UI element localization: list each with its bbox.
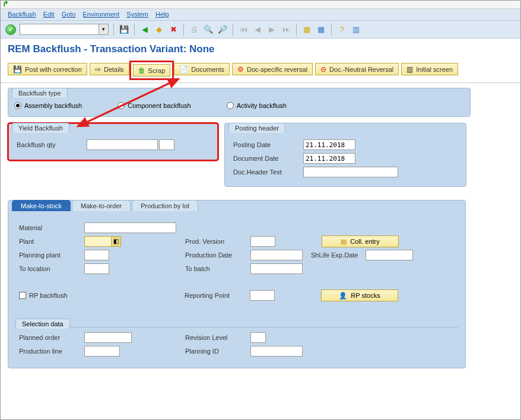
menu-backflush[interactable]: Backflush [8,11,36,18]
label: Doc-specific reversal [247,66,307,73]
planning-id-input[interactable] [250,346,303,357]
menu-environment[interactable]: Environment [83,11,120,18]
shortcut-icon[interactable]: ▦ [316,24,326,35]
label: Doc.-Neutral Reversal [329,66,393,73]
f4-help-icon[interactable]: ◧ [111,237,120,246]
yield-posting-row: Yield Backflush Backflush qty Posting he… [8,123,513,193]
yield-backflush-panel: Yield Backflush Backflush qty [8,123,218,161]
to-batch-input[interactable] [250,263,303,274]
material-input[interactable] [84,222,176,233]
label: Activity backflush [237,102,287,109]
selection-data-panel: Planned order Revision Level Production … [15,327,458,358]
layout-icon[interactable]: ▥ [351,24,361,35]
details-button[interactable]: ⇨Details [90,63,129,75]
doc-specific-reversal-button[interactable]: ⚙Doc-specific reversal [232,63,313,75]
doc-header-text-input[interactable] [303,167,398,177]
doc-neutral-reversal-button[interactable]: ⊖Doc.-Neutral Reversal [315,63,399,75]
session-arrow-icon[interactable]: ↱ [2,0,9,8]
backflush-qty-input[interactable] [87,139,158,150]
next-page-icon: ▶ [266,24,277,35]
menu-bar: Backflush Edit Goto Environment System H… [1,9,520,21]
backflush-type-panel: Backflush type Assembly backflush Compon… [8,88,471,117]
rp-backflush-checkbox[interactable] [19,292,26,299]
dropdown-icon[interactable]: ▾ [99,24,108,34]
separator [233,24,233,36]
production-date-input[interactable] [250,250,303,260]
cancel-icon[interactable]: ✖ [168,24,179,35]
radio-icon [117,102,125,109]
find-icon: 🔍 [203,24,214,35]
coll-entry-icon: ▤ [341,238,347,246]
reporting-point-input[interactable] [250,290,275,301]
tab-make-to-stock[interactable]: Make-to-stock [12,200,71,211]
menu-help[interactable]: Help [155,11,169,18]
post-with-correction-button[interactable]: 💾Post with correction [8,63,87,75]
planning-plant-input[interactable] [84,250,109,260]
posting-date-label: Posting Date [233,141,303,148]
documents-button[interactable]: 📄Documents [174,63,230,75]
tab-production-by-lot[interactable]: Production by lot [132,200,198,211]
last-page-icon: ⏭ [281,24,291,35]
tab-strip: Make-to-stock Make-to-order Production b… [12,200,469,211]
shlife-input[interactable] [366,250,413,260]
rp-backflush-label: RP backflush [29,292,84,299]
planning-id-label: Planning ID [185,348,250,355]
radio-icon [227,102,234,109]
planned-order-input[interactable] [84,332,132,343]
enter-icon[interactable]: ✓ [5,24,16,35]
scrap-button[interactable]: 🗑Scrap [133,64,171,77]
annotation-scrap-highlight: 🗑Scrap [132,63,172,78]
menu-edit[interactable]: Edit [43,11,55,18]
label: Initial screen [416,66,453,73]
minus-icon: ⊖ [320,65,326,74]
planning-plant-label: Planning plant [19,252,84,259]
first-page-icon: ⏮ [238,24,249,35]
to-location-label: To location [19,265,84,272]
separator [331,24,332,36]
shlife-label: ShLife Exp.Date [311,252,366,259]
menu-system[interactable]: System [126,11,148,18]
screen-icon: ▥ [406,65,413,74]
initial-screen-button[interactable]: ▥Initial screen [401,63,458,75]
new-session-icon[interactable]: ▦ [301,24,312,35]
label: Documents [191,66,224,73]
menu-goto[interactable]: Goto [62,11,76,18]
separator [296,24,297,36]
prod-version-input[interactable] [250,236,275,247]
document-date-input[interactable] [303,153,355,164]
separator [113,24,114,36]
label: Assembly backflush [24,102,82,109]
tab-make-to-order[interactable]: Make-to-order [72,200,131,211]
application-toolbar: 💾Post with correction ⇨Details 🗑Scrap 📄D… [1,61,520,83]
rp-stocks-button[interactable]: 👤RP stocks [321,289,398,301]
save-icon[interactable]: 💾 [119,24,129,35]
label: Post with correction [25,66,82,73]
title-area: REM Backflush - Transaction Variant: Non… [1,39,520,61]
revision-level-label: Revision Level [185,334,250,341]
assembly-backflush-radio[interactable]: Assembly backflush [14,102,82,109]
activity-backflush-radio[interactable]: Activity backflush [227,102,287,109]
posting-header-panel: Posting header Posting Date Document Dat… [224,123,466,187]
backflush-type-options: Assembly backflush Component backflush A… [8,98,470,116]
help-icon[interactable]: ? [336,24,347,35]
selection-data-legend: Selection data [15,319,70,329]
rp-stocks-icon: 👤 [339,292,347,300]
production-line-input[interactable] [84,346,120,357]
command-field[interactable]: ▾ [20,24,109,35]
prod-version-label: Prod. Version [185,238,250,245]
backflush-uom-input[interactable] [159,139,174,150]
plant-input[interactable]: ◧ [84,236,121,247]
to-location-input[interactable] [84,263,109,274]
exit-icon[interactable]: ◆ [154,24,164,35]
material-label: Material [19,224,84,231]
label: Component backflush [128,102,190,109]
coll-entry-button[interactable]: ▤Coll. entry [322,236,399,247]
posting-date-input[interactable] [303,139,355,150]
separator [183,24,184,36]
component-backflush-radio[interactable]: Component backflush [117,102,190,109]
revision-level-input[interactable] [250,332,266,343]
find-next-icon: 🔎 [217,24,228,35]
tab-body: Material Plant ◧ Prod. Version ▤Coll. en… [8,212,465,368]
reversal-icon: ⚙ [237,65,244,74]
back-icon[interactable]: ◀ [139,24,150,35]
